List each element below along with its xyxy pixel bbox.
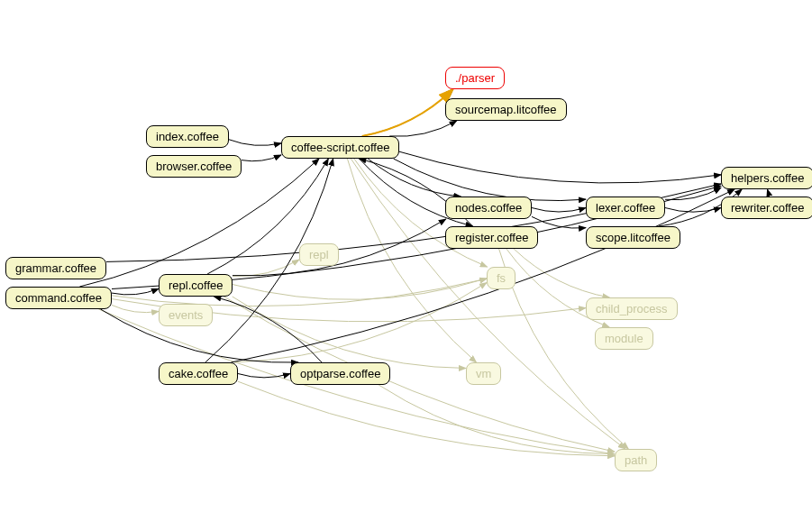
node-vm[interactable]: vm (466, 362, 501, 385)
edge-repl-to-fs (233, 279, 487, 299)
edge-cake-to-fs (234, 283, 487, 362)
edge-repl-to-path (224, 297, 615, 452)
edge-command-to-repl (112, 288, 159, 295)
node-module[interactable]: module (595, 327, 653, 350)
edge-browser-to-coffeescript (242, 155, 281, 161)
node-browser[interactable]: browser.coffee (146, 155, 242, 178)
edge-cake-to-optparse (238, 374, 290, 378)
edge-rewriter-to-helpers (768, 189, 769, 197)
node-optparse[interactable]: optparse.coffee (290, 362, 390, 385)
node-sourcemap[interactable]: sourcemap.litcoffee (445, 98, 567, 121)
node-helpers[interactable]: helpers.coffee (721, 167, 812, 189)
node-scope[interactable]: scope.litcoffee (586, 226, 680, 249)
node-childproc[interactable]: child_process (586, 297, 678, 320)
node-parser[interactable]: ./parser (445, 67, 505, 89)
edge-coffeescript-to-sourcemap (389, 121, 456, 136)
node-events[interactable]: events (159, 304, 213, 326)
edge-coffeescript-to-vm (347, 159, 476, 362)
node-repl_mod[interactable]: repl (299, 243, 339, 266)
node-command[interactable]: command.coffee (5, 287, 112, 309)
node-grammar[interactable]: grammar.coffee (5, 257, 106, 279)
node-register[interactable]: register.coffee (445, 226, 538, 249)
edge-index-to-coffeescript (229, 140, 281, 146)
node-lexer[interactable]: lexer.coffee (586, 197, 665, 219)
edge-grammar-to-helpers (106, 184, 721, 261)
node-index[interactable]: index.coffee (146, 125, 229, 148)
node-nodes[interactable]: nodes.coffee (445, 197, 532, 219)
edge-coffeescript-to-lexer (394, 159, 586, 201)
node-coffeescript[interactable]: coffee-script.coffee (281, 136, 399, 159)
edge-command-to-events (112, 305, 159, 312)
node-fs[interactable]: fs (487, 267, 515, 289)
node-repl[interactable]: repl.coffee (159, 274, 233, 297)
node-path[interactable]: path (615, 449, 657, 471)
edge-register-to-childproc (514, 249, 609, 297)
edge-repl-to-vm (233, 297, 466, 369)
node-cake[interactable]: cake.coffee (159, 362, 238, 385)
edge-nodes-to-lexer (532, 208, 586, 213)
edge-coffeescript-to-helpers (399, 151, 721, 183)
node-rewriter[interactable]: rewriter.coffee (721, 197, 812, 219)
